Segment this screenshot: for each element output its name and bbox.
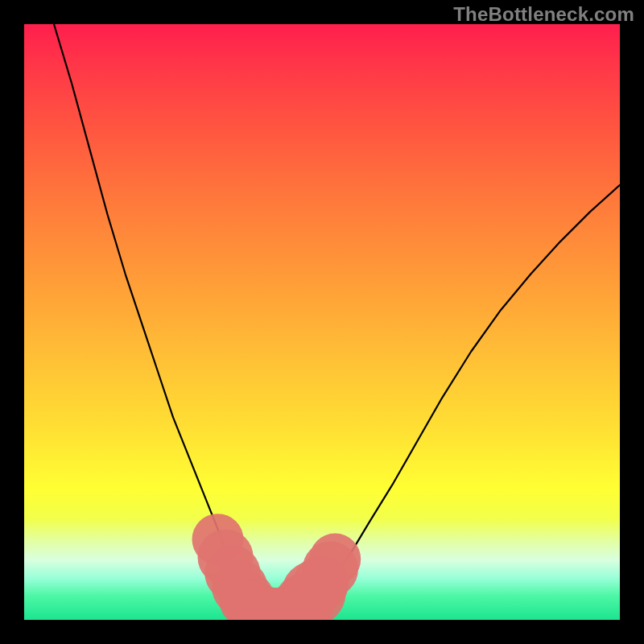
data-point bbox=[309, 534, 361, 585]
watermark: TheBottleneck.com bbox=[453, 3, 634, 26]
data-points bbox=[192, 514, 361, 620]
bottleneck-curve bbox=[54, 24, 620, 617]
plot-overlay bbox=[24, 24, 620, 620]
plot-area bbox=[24, 24, 620, 620]
chart-frame: TheBottleneck.com bbox=[0, 0, 644, 644]
